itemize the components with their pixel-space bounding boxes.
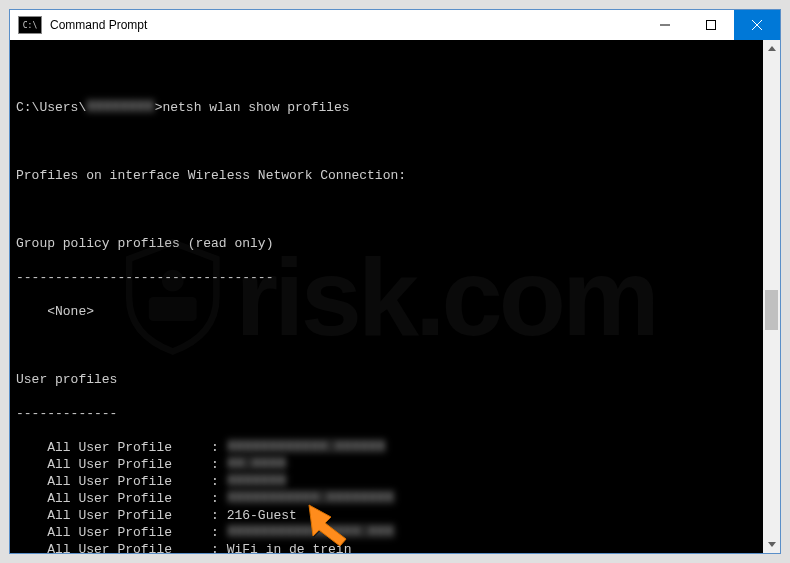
titlebar-buttons xyxy=(642,10,780,40)
prompt-line: C:\Users\xxxxxxxx>netsh wlan show profil… xyxy=(16,99,757,116)
window-title: Command Prompt xyxy=(50,18,147,32)
maximize-icon xyxy=(706,20,716,30)
minimize-button[interactable] xyxy=(642,10,688,40)
console-output[interactable]: risk.com C:\Users\xxxxxxxx>netsh wlan sh… xyxy=(10,40,763,553)
profile-value: xxxxxxx xyxy=(227,473,287,487)
close-icon xyxy=(752,20,762,30)
group-none: <None> xyxy=(16,303,757,320)
svg-rect-1 xyxy=(707,21,716,30)
console-area: risk.com C:\Users\xxxxxxxx>netsh wlan sh… xyxy=(10,40,780,553)
titlebar[interactable]: C:\ Command Prompt xyxy=(10,10,780,40)
prompt-user-redacted: xxxxxxxx xyxy=(86,99,154,113)
cmd-icon: C:\ xyxy=(18,16,42,34)
vertical-scrollbar[interactable] xyxy=(763,40,780,553)
interface-line: Profiles on interface Wireless Network C… xyxy=(16,167,757,184)
profile-value: xxxxxxxxxxxxxxxx xxx xyxy=(227,524,395,538)
user-dashes: ------------- xyxy=(16,405,757,422)
prompt-command: >netsh wlan show profiles xyxy=(155,99,350,116)
chevron-up-icon xyxy=(768,46,776,51)
profile-row: All User Profile : WiFi in de trein xyxy=(16,541,757,553)
profile-value: xx xxxx xyxy=(227,456,287,470)
scroll-thumb[interactable] xyxy=(765,290,778,330)
profile-value: WiFi in de trein xyxy=(227,541,352,553)
maximize-button[interactable] xyxy=(688,10,734,40)
chevron-down-icon xyxy=(768,542,776,547)
close-button[interactable] xyxy=(734,10,780,40)
scroll-down-arrow[interactable] xyxy=(763,536,780,553)
profile-row: All User Profile : xxxxxxx xyxy=(16,473,757,490)
profile-label: All User Profile : xyxy=(16,439,227,456)
prompt-path: C:\Users\ xyxy=(16,99,86,116)
profiles-list: All User Profile : xxxxxxxxxxxx xxxxxx A… xyxy=(16,439,757,553)
group-dashes: --------------------------------- xyxy=(16,269,757,286)
profile-value: xxxxxxxxxxx xxxxxxxx xyxy=(227,490,395,504)
profile-row: All User Profile : xx xxxx xyxy=(16,456,757,473)
profile-row: All User Profile : 216-Guest xyxy=(16,507,757,524)
profile-label: All User Profile : xyxy=(16,507,227,524)
group-header: Group policy profiles (read only) xyxy=(16,235,757,252)
user-header: User profiles xyxy=(16,371,757,388)
profile-label: All User Profile : xyxy=(16,456,227,473)
profile-label: All User Profile : xyxy=(16,490,227,507)
blank-line xyxy=(16,133,757,150)
profile-row: All User Profile : xxxxxxxxxxxx xxxxxx xyxy=(16,439,757,456)
minimize-icon xyxy=(660,20,670,30)
profile-label: All User Profile : xyxy=(16,541,227,553)
scroll-up-arrow[interactable] xyxy=(763,40,780,57)
profile-row: All User Profile : xxxxxxxxxxx xxxxxxxx xyxy=(16,490,757,507)
profile-value: 216-Guest xyxy=(227,507,297,524)
command-prompt-window: C:\ Command Prompt risk.com C:\Users\xxx… xyxy=(9,9,781,554)
blank-line xyxy=(16,337,757,354)
profile-value: xxxxxxxxxxxx xxxxxx xyxy=(227,439,387,453)
profile-row: All User Profile : xxxxxxxxxxxxxxxx xxx xyxy=(16,524,757,541)
blank-line xyxy=(16,82,757,99)
profile-label: All User Profile : xyxy=(16,473,227,490)
profile-label: All User Profile : xyxy=(16,524,227,541)
blank-line xyxy=(16,201,757,218)
